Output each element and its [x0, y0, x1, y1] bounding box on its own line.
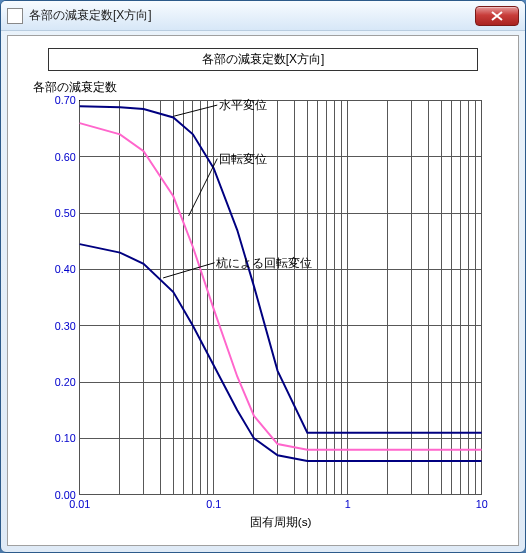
svg-text:0.30: 0.30 [55, 320, 76, 332]
svg-line-55 [163, 263, 214, 278]
svg-text:1: 1 [345, 498, 351, 510]
svg-text:10: 10 [476, 498, 488, 510]
app-icon [7, 8, 23, 24]
svg-text:0.70: 0.70 [55, 94, 76, 106]
svg-text:0.40: 0.40 [55, 263, 76, 275]
chart-title: 各部の減衰定数[X方向] [48, 48, 478, 71]
svg-text:水平変位: 水平変位 [219, 98, 267, 111]
svg-text:各部の減衰定数: 各部の減衰定数 [33, 80, 117, 93]
svg-line-51 [173, 105, 217, 116]
svg-rect-1 [80, 101, 482, 495]
svg-text:0.60: 0.60 [55, 151, 76, 163]
client-area: 各部の減衰定数[X方向] 各部の減衰定数0.000.100.200.300.40… [7, 35, 519, 546]
close-icon [491, 11, 503, 21]
svg-text:0.1: 0.1 [206, 498, 221, 510]
close-button[interactable] [475, 6, 519, 26]
svg-text:固有周期(s): 固有周期(s) [250, 515, 312, 528]
svg-text:0.50: 0.50 [55, 207, 76, 219]
svg-text:回転変位: 回転変位 [219, 152, 267, 165]
svg-text:0.20: 0.20 [55, 376, 76, 388]
app-window: 各部の減衰定数[X方向] 各部の減衰定数[X方向] 各部の減衰定数0.000.1… [0, 0, 526, 553]
titlebar: 各部の減衰定数[X方向] [1, 1, 525, 31]
window-title: 各部の減衰定数[X方向] [29, 7, 475, 24]
svg-text:0.10: 0.10 [55, 432, 76, 444]
svg-text:杭による回転変位: 杭による回転変位 [215, 256, 312, 269]
chart-container: 各部の減衰定数0.000.100.200.300.400.500.600.700… [20, 79, 506, 530]
svg-text:0.01: 0.01 [69, 498, 90, 510]
chart-svg: 各部の減衰定数0.000.100.200.300.400.500.600.700… [20, 79, 506, 530]
